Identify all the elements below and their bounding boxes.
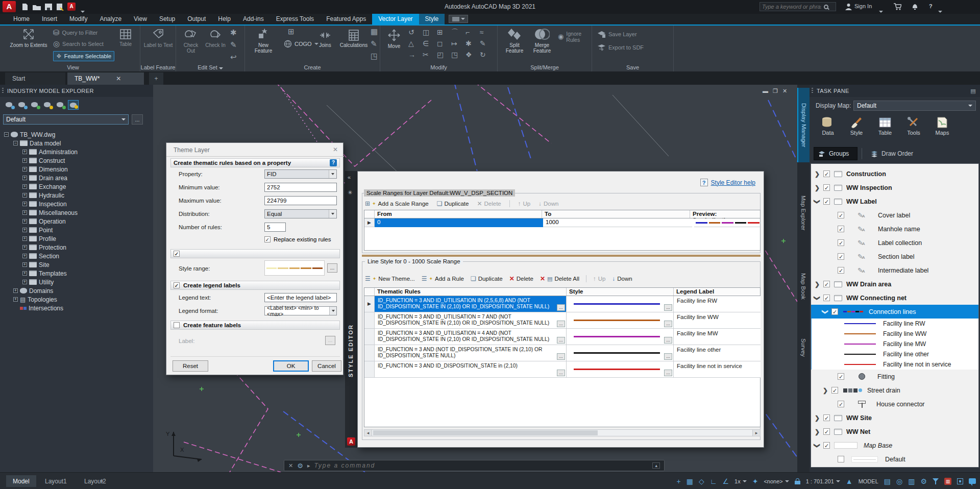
model-dropdown[interactable]: Default (3, 114, 129, 125)
label-to-text-button[interactable]: Label to Text (142, 28, 174, 48)
tree-item-construct[interactable]: +Construct (22, 156, 65, 165)
modify-tool-icon[interactable]: ∈ (423, 39, 429, 47)
ribbon-overflow-chip[interactable] (449, 15, 468, 23)
sign-in-button[interactable]: Sign In (854, 3, 872, 9)
layer-manhole-name[interactable]: ✓✎ AManhole name (811, 222, 979, 236)
layer-checkbox[interactable]: ✓ (838, 212, 844, 218)
modify-tool-icon[interactable]: ✎ (480, 39, 486, 47)
rule-legend-cell[interactable]: Facility line WW (674, 312, 761, 329)
split-feature-button[interactable]: Split Feature (502, 28, 527, 54)
dialog-close-icon[interactable]: ✕ (333, 146, 338, 153)
expand-icon[interactable]: + (22, 150, 27, 154)
style-range-checkbox[interactable]: ✓ (174, 251, 180, 257)
layout-tab-layout1[interactable]: Layout1 (38, 475, 74, 487)
rule-browse-button[interactable]: ... (557, 370, 565, 376)
search-icon[interactable] (824, 5, 828, 9)
scale-from-cell[interactable]: 0 (375, 218, 543, 227)
rule-style-cell[interactable]: ... (567, 345, 674, 361)
file-tab-drawing[interactable]: TB_WW*✕ (67, 72, 144, 85)
layer-checkbox[interactable]: ✓ (831, 387, 838, 394)
expand-icon[interactable]: + (22, 245, 27, 250)
application-menu-button[interactable]: A (3, 1, 16, 12)
rule-expression-cell[interactable]: ID_FUNCTION = 3 AND ID_UTILISATION IN (2… (375, 296, 567, 312)
layer-facility-line-not-in-service[interactable]: Facility line not in service (811, 359, 979, 370)
rule-browse-button[interactable]: ... (557, 353, 565, 360)
file-tab-start[interactable]: Start (5, 72, 65, 85)
layer-fitting[interactable]: ✓Fitting (811, 370, 979, 383)
expand-icon[interactable]: + (22, 167, 27, 172)
column-thematic-rules[interactable]: Thematic Rules (375, 288, 567, 296)
ribbon-tab-home[interactable]: Home (7, 14, 36, 25)
table-button[interactable]: Table (113, 29, 138, 47)
expand-icon[interactable]: + (22, 280, 27, 284)
duplicate-rule-button[interactable]: ❏Duplicate (471, 275, 503, 282)
tree-item-operation[interactable]: +Operation (22, 217, 66, 226)
layer-checkbox[interactable]: ✓ (838, 267, 844, 274)
explorer-tool-icon-3[interactable] (30, 100, 40, 110)
rule-legend-cell[interactable]: Facility line not in service (674, 361, 761, 378)
new-layout-button[interactable]: + (96, 475, 108, 487)
modify-tool-icon[interactable]: ❖ (465, 51, 472, 59)
expand-icon[interactable]: + (22, 210, 27, 215)
scale-to-cell[interactable]: 1000 (543, 218, 692, 227)
layer-label-collection[interactable]: ✓✎ ALabel collection (811, 236, 979, 250)
task-pane-button-style[interactable]: Style (843, 115, 870, 143)
modify-tool-icon[interactable]: ↻ (480, 51, 486, 59)
scroll-right-icon[interactable]: ▸ (752, 430, 760, 436)
panel-grip[interactable] (2, 88, 4, 94)
expand-icon[interactable]: + (22, 262, 27, 267)
explorer-tool-icon-5[interactable] (55, 100, 66, 110)
panel-label-save[interactable]: Save (592, 64, 673, 70)
model-more-button[interactable]: ... (132, 114, 143, 125)
expand-chevron-icon[interactable]: ❯ (814, 281, 820, 288)
tree-item-point[interactable]: +Point (22, 226, 53, 234)
group-ww-net[interactable]: ❯✓WW Net (811, 425, 979, 438)
reset-button[interactable]: Reset (173, 360, 208, 372)
layer-facility-line-mw[interactable]: Facility line MW (811, 339, 979, 349)
rule-browse-button[interactable]: ... (557, 337, 565, 344)
modify-tool-icon[interactable]: ✂ (423, 51, 429, 59)
delete-all-rules-button[interactable]: ✕▤Delete All (540, 275, 579, 282)
layer-checkbox[interactable] (838, 456, 844, 462)
command-expand-icon[interactable]: ▴ (652, 462, 660, 469)
collapse-palette-icon[interactable]: « (348, 174, 351, 180)
collapse-chevron-icon[interactable]: ❯ (814, 443, 821, 449)
duplicate-scale-button[interactable]: ❏Duplicate (437, 200, 469, 207)
tree-item-inspection[interactable]: +Inspection (22, 200, 67, 208)
maximum-value-field[interactable]: 224799 (264, 196, 337, 205)
layer-checkbox[interactable]: ✓ (838, 253, 844, 260)
group-construction[interactable]: ❯✓Construction (811, 167, 979, 181)
selection-filter[interactable]: <none> (764, 478, 789, 484)
explorer-tool-icon-1[interactable] (4, 100, 15, 110)
style-browse-button[interactable]: ... (664, 321, 672, 327)
rule-legend-cell[interactable]: Facility line other (674, 345, 761, 361)
group-ww-label[interactable]: ❯✓WW Label (811, 194, 979, 208)
query-to-filter-button[interactable]: ⛁Query to Filter (53, 29, 97, 37)
save-icon[interactable] (45, 4, 52, 10)
layer-checkbox[interactable]: ✓ (838, 401, 844, 407)
collapse-icon[interactable]: − (13, 141, 18, 145)
rule-expression-cell[interactable]: ID_FUNCTION = 3 AND ID_UTILISATION = 4 A… (375, 329, 567, 345)
layer-checkbox[interactable]: ✓ (823, 184, 830, 191)
replace-existing-rules-checkbox[interactable]: ✓Replace existing rules (264, 236, 331, 242)
modify-tool-icon[interactable]: ◻ (437, 39, 443, 47)
layer-checkbox[interactable]: ✓ (823, 295, 830, 301)
column-preview[interactable]: Preview: Symbolizations (690, 210, 756, 218)
rule-up-button[interactable]: ↑Up (593, 276, 605, 282)
rule-legend-cell[interactable]: Facility line MW (674, 329, 761, 345)
collapse-chevron-icon[interactable]: ❯ (814, 295, 821, 301)
panel-label-split-merge[interactable]: Split/Merge (498, 64, 592, 70)
rule-style-cell[interactable]: ... (567, 361, 674, 378)
style-browse-button[interactable]: ... (664, 337, 672, 344)
move-button[interactable]: Move (383, 29, 405, 49)
panel-label-modify[interactable]: Modify (380, 64, 497, 70)
ribbon-tab-vector-layer[interactable]: Vector Layer (372, 14, 419, 25)
polar-tracking-icon[interactable]: ∠ (722, 478, 729, 485)
task-pane-button-data[interactable]: Data (815, 115, 841, 143)
layer-house-connector[interactable]: ✓House connector (811, 397, 979, 411)
layer-section-label[interactable]: ✓✎ ASection label (811, 250, 979, 263)
legend-text-field[interactable]: <Enter the legend label> (264, 293, 337, 302)
modify-tool-icon[interactable]: ⌒ (451, 28, 458, 37)
add-rule-button[interactable]: ☰✦Add a Rule (422, 275, 464, 282)
modify-tool-icon[interactable]: ⌐ (465, 28, 470, 36)
